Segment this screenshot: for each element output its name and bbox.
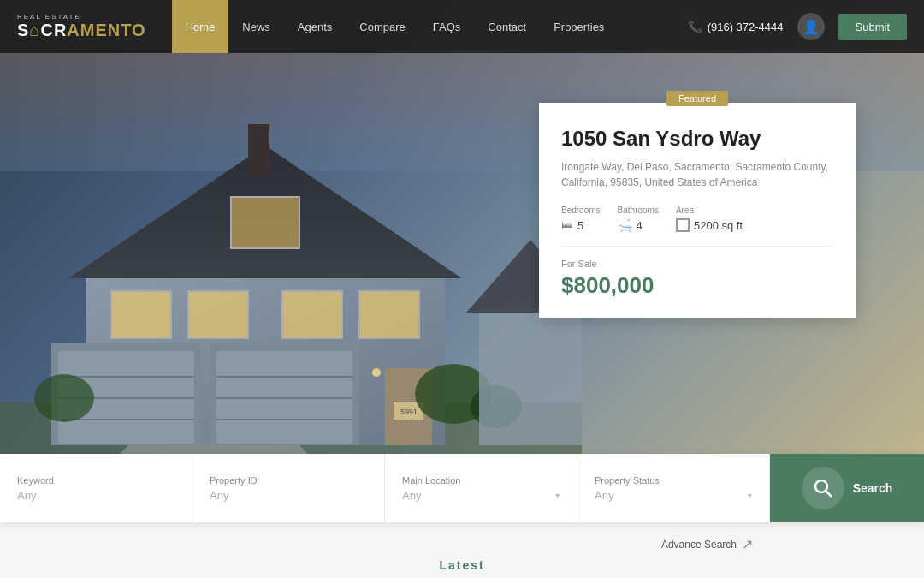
phone-icon: 📞 bbox=[688, 20, 702, 33]
main-location-field[interactable]: Main Location Any ▾ bbox=[385, 454, 578, 522]
main-nav: Home News Agents Compare FAQs Contact Pr… bbox=[172, 0, 688, 53]
latest-section: Latest bbox=[0, 552, 924, 578]
property-stats: Bedrooms 🛏 5 Bathrooms 🛁 4 Area 5200 sq … bbox=[561, 206, 833, 232]
property-id-value: Any bbox=[210, 489, 367, 502]
area-size: 5200 sq ft bbox=[694, 219, 743, 232]
nav-item-compare[interactable]: Compare bbox=[346, 0, 418, 53]
search-bar: Keyword Any Property ID Any Main Locatio… bbox=[0, 454, 924, 522]
advance-search-arrow-icon: ↗ bbox=[742, 536, 753, 552]
svg-rect-15 bbox=[188, 291, 248, 338]
search-icon-circle bbox=[802, 467, 844, 509]
search-button-label: Search bbox=[853, 481, 893, 495]
property-price: $800,000 bbox=[561, 272, 833, 299]
for-sale-label: For Sale bbox=[561, 259, 833, 269]
area-label: Area bbox=[676, 206, 743, 215]
bedrooms-stat: Bedrooms 🛏 5 bbox=[561, 206, 601, 232]
area-icon bbox=[676, 218, 690, 232]
property-status-label: Property Status bbox=[595, 475, 752, 486]
nav-item-agents[interactable]: Agents bbox=[284, 0, 346, 53]
svg-rect-27 bbox=[479, 308, 582, 445]
nav-item-faqs[interactable]: FAQs bbox=[419, 0, 475, 53]
nav-item-home[interactable]: Home bbox=[172, 0, 229, 53]
keyword-label: Keyword bbox=[17, 475, 175, 486]
svg-rect-18 bbox=[231, 197, 299, 248]
area-value: 5200 sq ft bbox=[676, 218, 743, 232]
svg-text:5991: 5991 bbox=[400, 408, 418, 416]
bathrooms-stat: Bathrooms 🛁 4 bbox=[618, 206, 659, 232]
svg-rect-17 bbox=[359, 291, 419, 338]
logo-text: REAL ESTATE S⌂CRAMENTO bbox=[17, 13, 146, 40]
property-id-field[interactable]: Property ID Any bbox=[192, 454, 385, 522]
bathrooms-value: 🛁 4 bbox=[618, 218, 659, 232]
area-stat: Area 5200 sq ft bbox=[676, 206, 743, 232]
advance-search-label: Advance Search bbox=[661, 539, 737, 551]
advance-search-link[interactable]: Advance Search ↗ bbox=[661, 536, 753, 552]
site-header: REAL ESTATE S⌂CRAMENTO Home News Agents … bbox=[0, 0, 924, 53]
latest-label: Latest bbox=[439, 558, 484, 572]
user-icon: 👤 bbox=[803, 19, 820, 35]
phone-number: (916) 372-4444 bbox=[708, 21, 784, 33]
keyword-value: Any bbox=[17, 489, 175, 502]
bath-icon: 🛁 bbox=[618, 218, 632, 232]
user-account-button[interactable]: 👤 bbox=[797, 13, 825, 40]
svg-point-25 bbox=[34, 374, 94, 422]
property-status-field[interactable]: Property Status Any ▾ bbox=[578, 454, 770, 522]
bedrooms-value: 🛏 5 bbox=[561, 218, 601, 232]
featured-property-card: Featured 1050 San Ysdro Way Irongate Way… bbox=[539, 103, 856, 318]
bedrooms-label: Bedrooms bbox=[561, 206, 601, 215]
main-location-value: Any ▾ bbox=[402, 489, 560, 502]
search-button-area[interactable]: Search bbox=[770, 454, 924, 522]
featured-badge: Featured bbox=[666, 91, 728, 106]
property-status-value: Any ▾ bbox=[595, 489, 752, 502]
submit-button[interactable]: Submit bbox=[838, 14, 907, 40]
bed-icon: 🛏 bbox=[561, 218, 573, 232]
nav-item-news[interactable]: News bbox=[228, 0, 284, 53]
bedrooms-number: 5 bbox=[578, 219, 583, 232]
property-address: Irongate Way, Del Paso, Sacramento, Sacr… bbox=[561, 159, 833, 190]
main-location-label: Main Location bbox=[402, 475, 560, 486]
svg-rect-16 bbox=[282, 291, 342, 338]
logo[interactable]: REAL ESTATE S⌂CRAMENTO bbox=[17, 13, 146, 40]
logo-tagline: REAL ESTATE bbox=[17, 13, 146, 21]
phone-area: 📞 (916) 372-4444 bbox=[688, 20, 784, 33]
property-status-placeholder: Any bbox=[595, 489, 613, 502]
main-location-placeholder: Any bbox=[402, 489, 421, 502]
card-divider bbox=[561, 246, 833, 247]
property-id-placeholder: Any bbox=[210, 489, 228, 502]
nav-item-contact[interactable]: Contact bbox=[474, 0, 540, 53]
location-chevron-icon: ▾ bbox=[555, 491, 560, 500]
svg-line-30 bbox=[826, 492, 831, 497]
logo-name: S⌂CRAMENTO bbox=[17, 21, 146, 40]
magnifier-icon bbox=[814, 479, 832, 498]
svg-rect-14 bbox=[111, 291, 171, 338]
svg-rect-3 bbox=[248, 124, 270, 176]
header-right: 📞 (916) 372-4444 👤 Submit bbox=[688, 13, 907, 40]
featured-content: 1050 San Ysdro Way Irongate Way, Del Pas… bbox=[539, 103, 856, 318]
bathrooms-number: 4 bbox=[637, 219, 643, 232]
house-illustration: 5991 bbox=[0, 77, 582, 462]
keyword-field[interactable]: Keyword Any bbox=[0, 454, 192, 522]
keyword-placeholder: Any bbox=[17, 489, 36, 502]
logo-house-icon: ⌂ bbox=[29, 21, 40, 39]
property-title: 1050 San Ysdro Way bbox=[561, 127, 833, 151]
svg-point-22 bbox=[372, 368, 381, 377]
property-id-label: Property ID bbox=[210, 475, 367, 486]
nav-item-properties[interactable]: Properties bbox=[540, 0, 618, 53]
status-chevron-icon: ▾ bbox=[748, 491, 752, 500]
bathrooms-label: Bathrooms bbox=[618, 206, 659, 215]
